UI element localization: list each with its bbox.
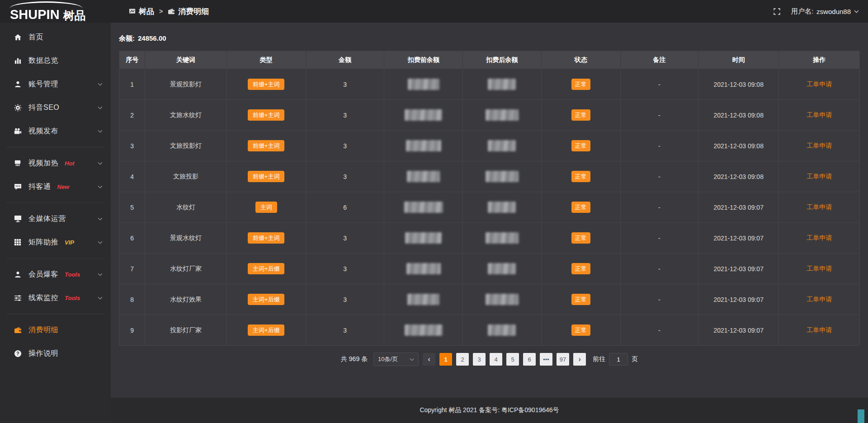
status-badge: 正常: [571, 140, 590, 151]
chevron-down-icon: [98, 106, 103, 109]
corner-widget[interactable]: [858, 409, 864, 423]
page-ellipsis-button[interactable]: •••: [540, 353, 552, 366]
cell-time: 2021-12-03 09:07: [698, 315, 779, 346]
page-button-3[interactable]: 3: [473, 353, 486, 366]
type-badge: 主词+后缀: [248, 324, 285, 336]
page-button-5[interactable]: 5: [506, 353, 519, 366]
ticket-apply-link[interactable]: 工单申请: [807, 234, 832, 241]
page-button-4[interactable]: 4: [490, 353, 502, 366]
cell-time: 2021-12-03 09:08: [698, 69, 779, 100]
ticket-apply-link[interactable]: 工单申请: [807, 173, 832, 180]
wallet-icon: [13, 327, 23, 334]
cell-status: 正常: [541, 161, 620, 192]
sidebar-item-video-publish[interactable]: 视频发布: [0, 119, 111, 143]
sidebar-item-tag: VIP: [65, 239, 74, 246]
table-body: 1景观投影灯前缀+主词3正常-2021-12-03 09:08工单申请2文旅水纹…: [119, 69, 860, 346]
sidebar-divider: [6, 314, 104, 314]
sidebar-item-label: 全媒体运营: [28, 214, 66, 224]
sidebar-item-account-manage[interactable]: 账号管理: [0, 72, 111, 96]
type-badge: 主词+后缀: [248, 263, 285, 274]
goto-page: 前往 页: [593, 353, 638, 366]
cell-pre-balance: [384, 254, 463, 284]
column-header: 备注: [620, 51, 698, 69]
fullscreen-icon[interactable]: [774, 8, 780, 15]
logo-text-cn: 树品: [63, 9, 86, 21]
cell-index: 6: [119, 223, 145, 254]
sidebar-item-tag: Tools: [65, 271, 80, 278]
user-menu[interactable]: 用户名: zswodun88: [791, 7, 859, 16]
ticket-apply-link[interactable]: 工单申请: [807, 142, 832, 149]
sidebar-item-douyin-seo[interactable]: 抖音SEO: [0, 96, 111, 119]
sidebar-item-label: 首页: [28, 33, 43, 42]
cell-status: 正常: [541, 192, 620, 223]
cell-amount: 3: [306, 69, 384, 100]
sidebar-divider: [6, 258, 104, 258]
page-button-1[interactable]: 1: [439, 353, 452, 366]
cell-pre-balance: [384, 69, 463, 100]
type-badge: 前缀+主词: [248, 109, 285, 121]
breadcrumb-current[interactable]: 消费明细: [168, 6, 209, 17]
goto-page-input[interactable]: [609, 353, 628, 366]
cell-post-balance: [463, 100, 542, 131]
type-badge: 主词: [255, 202, 277, 213]
footer: Copyright 树品 2021 备案号: 粤ICP备09019646号: [111, 398, 868, 423]
table-row: 3文旅投影灯前缀+主词3正常-2021-12-03 09:08工单申请: [119, 131, 860, 161]
type-badge: 前缀+主词: [248, 79, 285, 90]
status-badge: 正常: [571, 232, 590, 244]
sidebar-item-consume-detail[interactable]: 消费明细: [0, 318, 111, 342]
sidebar-item-help[interactable]: ?操作说明: [0, 342, 111, 365]
status-badge: 正常: [571, 79, 590, 90]
cell-post-balance: [463, 284, 542, 315]
cell-keyword: 水纹灯厂家: [145, 254, 226, 284]
page-button-6[interactable]: 6: [523, 353, 536, 366]
page-button-97[interactable]: 97: [557, 353, 569, 366]
sidebar-item-clue-monitor[interactable]: 线索监控Tools: [0, 286, 111, 310]
sidebar-item-label: 操作说明: [28, 349, 58, 358]
cell-remark: -: [620, 223, 698, 254]
sidebar-divider: [6, 147, 104, 147]
sidebar-item-member-burst[interactable]: 会员爆客Tools: [0, 263, 111, 286]
ticket-apply-link[interactable]: 工单申请: [807, 80, 832, 88]
sidebar-item-label: 线索监控: [28, 293, 58, 303]
heat-icon: [13, 160, 23, 167]
panel-icon: [129, 8, 136, 15]
comment-icon: [13, 183, 23, 190]
table-row: 9投影灯厂家主词+后缀3正常-2021-12-03 09:07工单申请: [119, 315, 860, 346]
app-logo: SHUPIN 树品: [0, 0, 111, 23]
balance-label: 余额:: [119, 34, 135, 43]
cell-type: 前缀+主词: [226, 223, 306, 254]
page-button-2[interactable]: 2: [456, 353, 469, 366]
cell-status: 正常: [541, 284, 620, 315]
ticket-apply-link[interactable]: 工单申请: [807, 111, 832, 118]
cell-index: 1: [119, 69, 145, 100]
masked-balance-value: [407, 171, 440, 182]
page-size-select[interactable]: 10条/页: [373, 352, 419, 366]
cell-post-balance: [463, 69, 542, 100]
grid-icon: [13, 239, 23, 246]
cell-status: 正常: [541, 315, 620, 346]
cell-remark: -: [620, 254, 698, 284]
goto-label: 前往: [593, 355, 605, 363]
breadcrumb-label: 树品: [139, 6, 154, 17]
ticket-apply-link[interactable]: 工单申请: [807, 203, 832, 211]
ticket-apply-link[interactable]: 工单申请: [807, 296, 832, 303]
sidebar-item-home[interactable]: 首页: [0, 25, 111, 49]
ticket-apply-link[interactable]: 工单申请: [807, 326, 832, 334]
prev-page-button[interactable]: ‹: [423, 353, 435, 366]
sidebar-item-douketong[interactable]: 抖客通New: [0, 175, 111, 198]
chevron-down-icon: [98, 273, 103, 276]
user-icon: [13, 80, 23, 88]
sidebar-item-matrix-boost[interactable]: 矩阵助推VIP: [0, 230, 111, 254]
ticket-apply-link[interactable]: 工单申请: [807, 265, 832, 272]
sidebar-item-media-ops[interactable]: 全媒体运营: [0, 207, 111, 230]
sidebar-item-video-heat[interactable]: 视频加热Hot: [0, 151, 111, 175]
monitor-icon: [13, 215, 23, 222]
cell-keyword: 文旅水纹灯: [145, 100, 226, 131]
type-badge: 前缀+主词: [248, 232, 285, 244]
cell-type: 主词+后缀: [226, 315, 306, 346]
sidebar-item-data-overview[interactable]: 数据总览: [0, 49, 111, 72]
cell-amount: 3: [306, 254, 384, 284]
next-page-button[interactable]: ›: [573, 353, 586, 366]
sidebar-item-label: 会员爆客: [28, 270, 58, 279]
breadcrumb-home[interactable]: 树品: [129, 6, 154, 17]
